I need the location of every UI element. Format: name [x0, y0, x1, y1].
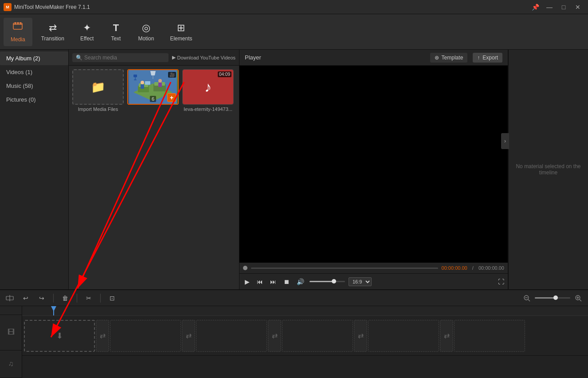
svg-marker-19: [150, 71, 156, 75]
clip-block-5[interactable]: [368, 320, 439, 352]
clip-transition-2[interactable]: ⇄: [182, 320, 195, 352]
clip-transition-4[interactable]: ⇄: [354, 320, 367, 352]
clip-block-4[interactable]: [282, 320, 353, 352]
clip-block-2[interactable]: [110, 320, 181, 352]
toolbar-item-media[interactable]: Media: [4, 18, 32, 46]
sidebar-item-music[interactable]: Music (58): [0, 79, 68, 93]
clip-transition-3[interactable]: ⇄: [268, 320, 281, 352]
pin-button[interactable]: 📌: [529, 2, 542, 12]
toolbar-item-effect[interactable]: ✦ Effect: [73, 19, 101, 45]
audio-track-icon: ♫: [8, 360, 14, 368]
zoom-knob: [553, 295, 558, 300]
transition-icon-2: ⇄: [186, 331, 192, 340]
cut-button[interactable]: ✂: [82, 292, 95, 304]
stop-button[interactable]: ⏹: [282, 277, 291, 286]
search-bar[interactable]: 🔍: [72, 53, 169, 62]
transition-icon-1: ⇄: [100, 331, 106, 340]
clip-block-6[interactable]: [454, 320, 525, 352]
main-area: My Album (2) Videos (1) Music (58) Pictu…: [0, 50, 588, 289]
crop-button[interactable]: ⊡: [106, 292, 118, 304]
toolbar-item-text[interactable]: T Text: [102, 19, 129, 45]
toolbar-item-motion[interactable]: ◎ Motion: [131, 19, 161, 45]
template-label: Template: [442, 55, 463, 61]
text-icon: T: [113, 22, 119, 34]
playhead-top: [51, 306, 56, 311]
svg-line-24: [528, 299, 530, 301]
skip-forward-button[interactable]: ⏭: [268, 277, 278, 286]
ruler-label: [0, 306, 22, 315]
volume-button[interactable]: 🔊: [295, 277, 306, 286]
timeline-tracks: ⬇ ⇄ ⇄ ⇄ ⇄ ⇄: [22, 306, 588, 378]
media-panel: 🔍 ▶ Download YouTube Videos 📁 Import Med…: [69, 50, 239, 289]
audio-track-label[interactable]: ♫: [0, 350, 22, 378]
video-thumb[interactable]: 🎥 + 6: [127, 69, 179, 105]
clip-transition-1[interactable]: ⇄: [96, 320, 109, 352]
sidebar-item-pictures[interactable]: Pictures (0): [0, 93, 68, 106]
player-title: Player: [245, 54, 261, 61]
aspect-ratio-select[interactable]: 16:9 4:3 1:1: [349, 277, 372, 286]
play-button[interactable]: ▶: [243, 277, 251, 286]
svg-rect-11: [145, 81, 150, 85]
volume-knob: [332, 279, 336, 284]
undo-button[interactable]: ↩: [20, 292, 32, 304]
player-timeline[interactable]: 00:00:00.00 / 00:00:00.00: [239, 263, 508, 273]
video-media-item[interactable]: 🎥 + 6: [127, 69, 179, 286]
close-button[interactable]: ✕: [571, 2, 584, 12]
clip-block-1[interactable]: ⬇: [24, 320, 95, 352]
skip-back-button[interactable]: ⏮: [255, 277, 265, 286]
download-label: Download YouTube Videos: [177, 55, 236, 60]
app-title: MiniTool MovieMaker Free 7.1.1: [14, 4, 90, 10]
toolbar-separator-3: [100, 294, 101, 303]
transition-icon: ⇄: [49, 22, 57, 34]
right-panel: No material selected on the timeline: [508, 50, 588, 289]
redo-button[interactable]: ↪: [35, 292, 48, 304]
clip-transition-5[interactable]: ⇄: [440, 320, 453, 352]
minimize-button[interactable]: —: [543, 2, 556, 12]
export-label: Export: [482, 55, 498, 61]
zoom-in-button[interactable]: [572, 292, 584, 304]
sidebar-item-videos[interactable]: Videos (1): [0, 65, 68, 79]
volume-slider[interactable]: [310, 281, 345, 282]
media-toolbar: 🔍 ▶ Download YouTube Videos: [69, 50, 239, 66]
zoom-out-button[interactable]: [521, 292, 533, 304]
clip-block-3[interactable]: [196, 320, 267, 352]
youtube-icon: ▶: [172, 55, 176, 60]
export-icon: ↑: [477, 55, 480, 61]
export-button[interactable]: ↑ Export: [473, 53, 502, 63]
no-material-text: No material selected on the timeline: [509, 156, 588, 183]
playhead[interactable]: [53, 306, 54, 315]
music-filename: Ieva-eternity-149473...: [182, 106, 234, 112]
music-note-icon: ♪: [204, 79, 212, 95]
toolbar-item-transition[interactable]: ⇄ Transition: [34, 19, 71, 45]
maximize-button[interactable]: □: [557, 2, 570, 12]
toolbar-item-elements[interactable]: ⊞ Elements: [163, 19, 199, 45]
effect-icon: ✦: [83, 22, 91, 34]
template-button[interactable]: ⊛ Template: [430, 53, 468, 63]
delete-button[interactable]: 🗑: [59, 292, 71, 304]
music-thumb[interactable]: ♪ 04:09: [182, 69, 234, 105]
app-icon: M: [4, 3, 12, 11]
main-toolbar: Media ⇄ Transition ✦ Effect T Text ◎ Mot…: [0, 14, 588, 50]
import-media-item[interactable]: 📁 Import Media Files: [72, 69, 124, 286]
download-youtube-button[interactable]: ▶ Download YouTube Videos: [172, 55, 236, 60]
svg-line-27: [580, 299, 581, 301]
svg-rect-10: [141, 84, 144, 89]
toolbar-label-motion: Motion: [138, 35, 154, 42]
motion-icon: ◎: [142, 22, 150, 34]
zoom-track[interactable]: [535, 297, 570, 299]
title-bar: M MiniTool MovieMaker Free 7.1.1 📌 — □ ✕: [0, 0, 588, 14]
collapse-panel-button[interactable]: ›: [501, 133, 509, 149]
video-track-label[interactable]: 🎞: [0, 315, 22, 350]
fullscreen-button[interactable]: ⛶: [498, 278, 504, 285]
import-thumb[interactable]: 📁: [72, 69, 124, 105]
video-count: 6: [150, 96, 156, 102]
music-media-item[interactable]: ♪ 04:09 Ieva-eternity-149473...: [182, 69, 234, 286]
video-camera-badge: 🎥: [168, 72, 176, 78]
add-to-timeline-button[interactable]: +: [167, 93, 176, 102]
zoom-fill: [535, 297, 554, 299]
player-controls: ▶ ⏮ ⏭ ⏹ 🔊 16:9 4:3 1:1 ⛶: [239, 273, 508, 289]
progress-track[interactable]: [251, 268, 438, 269]
add-track-button[interactable]: [4, 292, 16, 304]
sidebar-item-my-album[interactable]: My Album (2): [0, 51, 68, 65]
search-input[interactable]: [84, 55, 165, 61]
